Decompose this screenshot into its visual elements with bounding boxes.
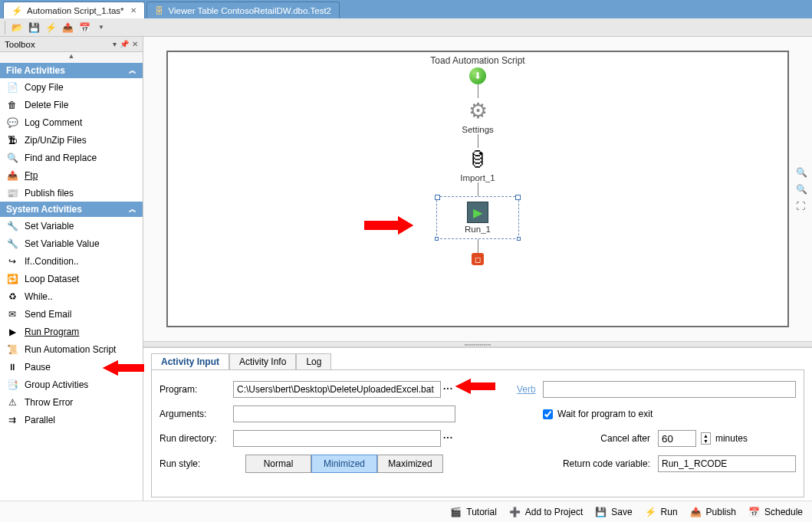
tab-label: Viewer Table ContosoRetailDW.dbo.Test2	[169, 6, 331, 15]
grip-icon	[5, 21, 7, 34]
toolbox-item-zip[interactable]: 🗜Zip/UnZip Files	[0, 131, 143, 149]
end-node[interactable]: ◻	[472, 253, 484, 265]
section-system-activities[interactable]: System Activities ︽	[0, 202, 143, 217]
toolbox-item-find-replace[interactable]: 🔍Find and Replace	[0, 149, 143, 166]
rcode-label: Return code variable:	[543, 458, 650, 469]
node-label: Settings	[462, 125, 494, 134]
cancel-after-label: Cancel after	[543, 433, 650, 444]
document-tabs: ⚡ Automation Script_1.tas* ✕ 🗄 Viewer Ta…	[0, 0, 812, 18]
rundir-input[interactable]	[233, 430, 441, 447]
film-icon: 🎬	[450, 507, 462, 517]
tab-viewer-table[interactable]: 🗄 Viewer Table ContosoRetailDW.dbo.Test2	[146, 2, 340, 18]
toolbox-item-throw-error[interactable]: ⚠Throw Error	[0, 393, 143, 411]
program-icon: ▶	[467, 202, 488, 223]
cancel-after-input[interactable]	[658, 430, 696, 447]
toolbox-item-parallel[interactable]: ⇉Parallel	[0, 411, 143, 428]
canvas-inner: Toad Automation Script ⬇ ⚙ Settings 🛢 Im…	[166, 51, 789, 327]
toolbox-item-run-program[interactable]: ▶Run Program	[0, 323, 143, 340]
while-icon: ♻	[6, 291, 18, 303]
tab-activity-info[interactable]: Activity Info	[229, 353, 296, 370]
start-node[interactable]: ⬇	[469, 67, 486, 84]
loop-icon: 🔁	[6, 273, 18, 285]
runstyle-minimized[interactable]: Minimized	[311, 455, 377, 473]
toolbox-item-delete-file[interactable]: 🗑Delete File	[0, 96, 143, 113]
open-button[interactable]: 📂	[10, 21, 24, 34]
arguments-label: Arguments:	[159, 409, 225, 419]
spinner-buttons[interactable]: ▲▼	[701, 432, 711, 445]
svg-marker-2	[455, 379, 495, 394]
footer-bar: 🎬Tutorial ➕Add to Project 💾Save ⚡Run 📤Pu…	[0, 501, 812, 522]
arguments-input[interactable]	[233, 405, 455, 422]
pin-icon[interactable]: 📌	[120, 40, 129, 48]
tab-activity-input[interactable]: Activity Input	[151, 353, 229, 370]
tutorial-button[interactable]: 🎬Tutorial	[450, 507, 497, 517]
publish-icon: 📤	[690, 507, 702, 517]
toolbox-item-while[interactable]: ♻While..	[0, 287, 143, 305]
schedule-button[interactable]: 📅	[77, 21, 91, 34]
verb-input[interactable]	[543, 381, 796, 398]
toolbox-item-log-comment[interactable]: 💬Log Comment	[0, 113, 143, 131]
browse-button[interactable]: ...	[441, 430, 455, 447]
play-icon: ▶	[6, 326, 18, 338]
tab-log[interactable]: Log	[296, 353, 331, 370]
section-title: File Activities	[6, 65, 65, 76]
toolbox-item-publish-files[interactable]: 📰Publish files	[0, 184, 143, 202]
toolbox-item-set-variable-value[interactable]: 🔧Set Variable Value	[0, 235, 143, 252]
runstyle-maximized[interactable]: Maximized	[377, 455, 443, 473]
section-file-items: 📄Copy File 🗑Delete File 💬Log Comment 🗜Zi…	[0, 78, 143, 202]
workflow-canvas[interactable]: Toad Automation Script ⬇ ⚙ Settings 🛢 Im…	[143, 37, 812, 341]
variable-icon: 🔧	[6, 238, 18, 250]
tab-automation-script[interactable]: ⚡ Automation Script_1.tas* ✕	[3, 2, 145, 18]
runstyle-normal[interactable]: Normal	[245, 455, 311, 473]
toolbox-item-send-email[interactable]: ✉Send Email	[0, 305, 143, 323]
add-icon: ➕	[509, 507, 521, 517]
save-button[interactable]: 💾	[27, 21, 41, 34]
publish-button[interactable]: 📤Publish	[690, 507, 736, 517]
gear-icon: ⚙	[468, 98, 488, 123]
scroll-up-icon[interactable]: ▲	[0, 52, 143, 63]
chevron-down-icon[interactable]: ▼	[702, 438, 710, 444]
group-icon: 📑	[6, 379, 18, 391]
toolbox-item-run-automation-script[interactable]: 📜Run Automation Script	[0, 340, 143, 358]
variable-icon: 🔧	[6, 220, 18, 232]
toolbox-item-copy-file[interactable]: 📄Copy File	[0, 78, 143, 96]
rcode-input[interactable]	[658, 455, 796, 472]
dropdown-icon[interactable]: ▼	[94, 21, 108, 34]
run-button[interactable]: ⚡	[44, 21, 58, 34]
toolbox-item-ftp[interactable]: 📤Ftp	[0, 166, 143, 184]
horizontal-splitter[interactable]: ▪▪▪▪▪▪▪▪▪▪▪▪▪▪	[143, 341, 812, 347]
zoom-icon[interactable]: 🔍	[796, 184, 807, 195]
search-icon: 🔍	[6, 152, 18, 164]
pause-icon: ⏸	[6, 361, 18, 373]
toolbox-header[interactable]: Toolbox ▾ 📌 ✕	[0, 37, 143, 52]
save-button[interactable]: 💾Save	[595, 507, 632, 517]
expand-icon[interactable]: 🔍	[796, 167, 807, 178]
fit-icon[interactable]: ⛶	[796, 201, 807, 212]
add-to-project-button[interactable]: ➕Add to Project	[509, 507, 583, 517]
wait-label: Wait for program to exit	[557, 409, 653, 419]
section-file-activities[interactable]: File Activities ︽	[0, 63, 143, 78]
tab-label: Automation Script_1.tas*	[27, 6, 124, 15]
settings-node[interactable]: ⚙ Settings	[462, 98, 494, 134]
close-icon[interactable]: ✕	[132, 40, 138, 48]
chevron-up-icon[interactable]: ▲	[702, 433, 710, 438]
toolbox-title: Toolbox	[5, 40, 35, 49]
save-icon: 💾	[595, 507, 607, 517]
toolbox-item-set-variable[interactable]: 🔧Set Variable	[0, 217, 143, 235]
dropdown-icon[interactable]: ▾	[113, 40, 117, 48]
program-input[interactable]	[233, 381, 441, 398]
table-icon: 🗄	[155, 6, 164, 15]
node-label: Run_1	[465, 225, 491, 234]
wait-checkbox[interactable]	[543, 409, 553, 419]
toolbox-panel: Toolbox ▾ 📌 ✕ ▲ File Activities ︽ 📄Copy …	[0, 37, 143, 501]
publish-button[interactable]: 📤	[61, 21, 74, 34]
toolbox-item-if-condition[interactable]: ↪If..Condition..	[0, 252, 143, 270]
branch-icon: ↪	[6, 255, 18, 268]
close-icon[interactable]: ✕	[130, 6, 136, 15]
run-node-selected[interactable]: ▶ Run_1	[436, 196, 519, 239]
import-node[interactable]: 🛢 Import_1	[460, 148, 495, 182]
schedule-button[interactable]: 📅Schedule	[748, 507, 803, 517]
zip-icon: 🗜	[6, 134, 18, 146]
toolbox-item-loop-dataset[interactable]: 🔁Loop Dataset	[0, 270, 143, 287]
run-button[interactable]: ⚡Run	[645, 507, 678, 517]
